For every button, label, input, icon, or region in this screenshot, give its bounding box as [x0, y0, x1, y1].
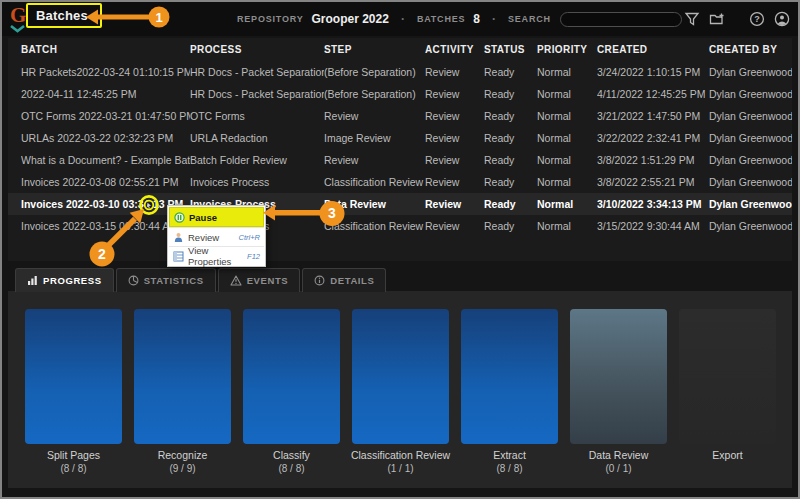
svg-text:G: G [10, 3, 26, 27]
progress-tile[interactable] [461, 309, 558, 444]
progress-tile[interactable] [679, 309, 776, 444]
filter-icon[interactable] [684, 11, 700, 27]
progress-tiles: Split Pages (8 / 8) Recognize (9 / 9) Cl… [25, 309, 776, 475]
table-row[interactable]: Invoices 2022-03-15 09:30:44 AM Invoices… [8, 215, 792, 237]
priority: Normal [537, 176, 597, 188]
table-row-selected[interactable]: Invoices 2022-03-10 03:34:13 PM Invoices… [8, 193, 792, 215]
priority: Normal [537, 154, 597, 166]
batch-table: BATCH PROCESS STEP ACTIVITY STATUS PRIOR… [8, 38, 792, 261]
progress-step-recognize: Recognize (9 / 9) [134, 309, 231, 475]
tile-count: (1 / 1) [387, 463, 413, 475]
created: 3/8/2022 2:55:21 PM [597, 176, 709, 188]
tile-label: Split Pages [47, 449, 100, 461]
separator-dot: · [401, 12, 405, 26]
column-header-created[interactable]: CREATED [597, 44, 709, 55]
step: Classification Review [324, 220, 425, 232]
repository-label: REPOSITORY [237, 14, 304, 24]
batch-name: Invoices 2022-03-08 02:55:21 PM [21, 176, 190, 188]
column-header-batch[interactable]: BATCH [21, 44, 190, 55]
tab-progress[interactable]: PROGRESS [15, 268, 114, 292]
column-header-process[interactable]: PROCESS [190, 44, 324, 55]
top-bar: G Batches REPOSITORY Grooper 2022 · BATC… [2, 2, 798, 36]
tab-label: STATISTICS [144, 275, 204, 286]
page-title-highlight-box: Batches [26, 3, 102, 28]
page-title: Batches [36, 8, 88, 23]
table-row[interactable]: HR Packets2022-03-24 01:10:15 PM HR Docs… [8, 61, 792, 83]
tile-label: Data Review [589, 449, 649, 461]
menu-item-label: View Properties [188, 245, 243, 267]
activity: Review [425, 66, 484, 78]
help-icon[interactable]: ? [749, 11, 765, 27]
tab-events[interactable]: EVENTS [218, 268, 301, 292]
created: 3/21/2022 1:47:50 PM [597, 110, 709, 122]
priority: Normal [537, 220, 597, 232]
batches-label: BATCHES [417, 14, 465, 24]
column-header-priority[interactable]: PRIORITY [537, 44, 597, 55]
table-row[interactable]: Invoices 2022-03-08 02:55:21 PM Invoices… [8, 171, 792, 193]
progress-step-classification-review: Classification Review (1 / 1) [352, 309, 449, 475]
priority: Normal [537, 198, 597, 210]
bottom-tab-bar: PROGRESS STATISTICS EVENTS DETAILS [15, 268, 386, 292]
menu-item-view-properties[interactable]: View Properties F12 [169, 246, 264, 265]
tab-details[interactable]: DETAILS [302, 268, 386, 292]
progress-step-split-pages: Split Pages (8 / 8) [25, 309, 122, 475]
svg-text:?: ? [754, 14, 760, 24]
created: 3/10/2022 3:34:13 PM [597, 198, 709, 210]
progress-tile[interactable] [134, 309, 231, 444]
step: Data Review [324, 198, 425, 210]
tile-count: (9 / 9) [169, 463, 195, 475]
status: Ready [484, 110, 537, 122]
tile-count: (8 / 8) [496, 463, 522, 475]
new-folder-icon[interactable] [709, 11, 725, 27]
app-window: G Batches REPOSITORY Grooper 2022 · BATC… [0, 0, 800, 499]
menu-shortcut: F12 [247, 252, 260, 261]
activity: Review [425, 154, 484, 166]
created-by: Dylan Greenwood [709, 132, 792, 144]
table-row[interactable]: 2022-04-11 12:45:25 PM HR Docs - Packet … [8, 83, 792, 105]
created: 3/24/2022 1:10:15 PM [597, 66, 709, 78]
step: Review [324, 154, 425, 166]
tab-statistics[interactable]: STATISTICS [116, 268, 216, 292]
status: Ready [484, 154, 537, 166]
tile-count: (8 / 8) [278, 463, 304, 475]
activity: Review [425, 132, 484, 144]
progress-tile[interactable] [25, 309, 122, 444]
progress-tile[interactable] [570, 309, 667, 444]
status: Ready [484, 176, 537, 188]
tile-label: Export [712, 449, 742, 461]
table-header-row: BATCH PROCESS STEP ACTIVITY STATUS PRIOR… [8, 38, 792, 61]
batch-name: 2022-04-11 12:45:25 PM [21, 88, 190, 100]
tile-label: Classify [273, 449, 310, 461]
activity: Review [425, 88, 484, 100]
info-icon [314, 275, 325, 286]
status: Ready [484, 88, 537, 100]
created-by: Dylan Greenwood [709, 220, 792, 232]
table-row[interactable]: OTC Forms 2022-03-21 01:47:50 PM OTC For… [8, 105, 792, 127]
created-by: Dylan Greenwood [709, 66, 792, 78]
pause-icon [174, 212, 185, 223]
context-menu: Pause Review Ctrl+R View Properties F12 [167, 205, 266, 267]
progress-step-classify: Classify (8 / 8) [243, 309, 340, 475]
priority: Normal [537, 110, 597, 122]
column-header-created-by[interactable]: CREATED BY [709, 44, 792, 55]
process: HR Docs - Packet Separation [190, 88, 324, 100]
batch-name: Invoices 2022-03-10 03:34:13 PM [21, 198, 190, 210]
user-icon[interactable] [774, 11, 790, 27]
column-header-status[interactable]: STATUS [484, 44, 537, 55]
menu-item-review[interactable]: Review Ctrl+R [169, 227, 264, 246]
search-input[interactable] [560, 12, 682, 27]
step: (Before Separation) [324, 88, 425, 100]
tab-label: DETAILS [330, 275, 374, 286]
progress-tile[interactable] [352, 309, 449, 444]
menu-shortcut: Ctrl+R [239, 233, 260, 242]
column-header-activity[interactable]: ACTIVITY [425, 44, 484, 55]
progress-step-export: Export [679, 309, 776, 475]
table-row[interactable]: What is a Document? - Example Batch Batc… [8, 149, 792, 171]
progress-tile[interactable] [243, 309, 340, 444]
step: (Before Separation) [324, 66, 425, 78]
table-row[interactable]: URLAs 2022-03-22 02:32:23 PM URLA Redact… [8, 127, 792, 149]
column-header-step[interactable]: STEP [324, 44, 425, 55]
menu-item-pause[interactable]: Pause [169, 207, 264, 227]
tab-label: EVENTS [247, 275, 289, 286]
progress-panel: Split Pages (8 / 8) Recognize (9 / 9) Cl… [8, 291, 792, 488]
